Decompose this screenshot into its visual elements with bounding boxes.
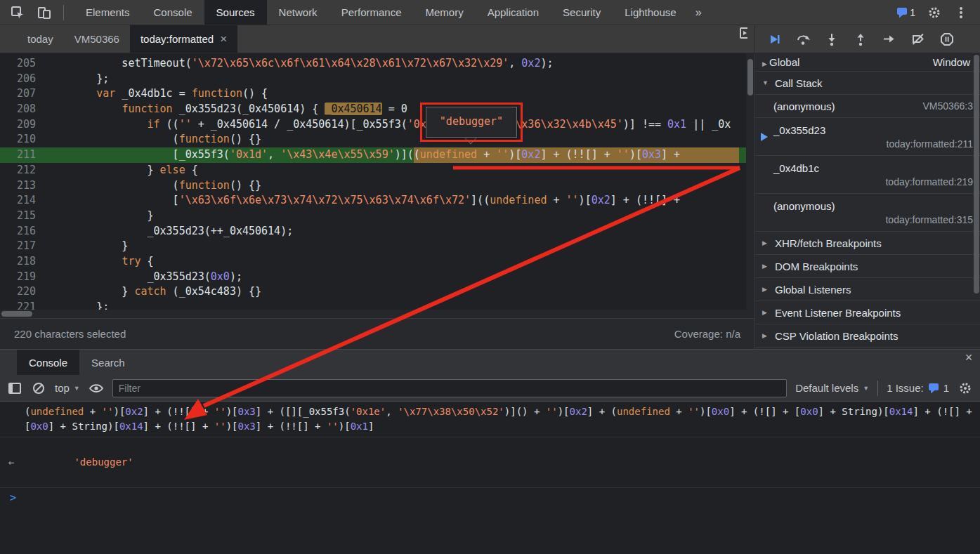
code-line[interactable]: 219 _0x355d23(0x0);: [0, 270, 754, 285]
line-number[interactable]: 215: [0, 209, 46, 224]
deactivate-breakpoints-button[interactable]: [910, 32, 926, 47]
line-number[interactable]: 219: [0, 270, 46, 285]
code-line[interactable]: 210 (function() {}: [0, 132, 754, 147]
scope-row[interactable]: ▶Global Window: [755, 53, 980, 72]
code-token: }: [46, 285, 134, 298]
line-number[interactable]: 212: [0, 163, 46, 178]
sidebar-section-global-listeners[interactable]: ▶Global Listeners: [755, 278, 980, 301]
code-token: {: [185, 164, 198, 176]
log-levels-selector[interactable]: Default levels ▼: [795, 382, 869, 394]
code-line[interactable]: 205 setTimeout('\x72\x65\x6c\x6f\x61\x64…: [0, 56, 754, 72]
code-line[interactable]: 209 if (('' + _0x450614 / _0x450614)[_0x…: [0, 117, 754, 133]
console-prompt[interactable]: >: [0, 488, 980, 508]
console-result[interactable]: ←'debugger': [0, 437, 980, 488]
panel-tab-sources[interactable]: Sources: [204, 0, 267, 25]
sidebar-section-csp-violation-breakpoints[interactable]: ▶CSP Violation Breakpoints: [755, 324, 980, 348]
line-number[interactable]: 213: [0, 178, 46, 194]
call-stack-header[interactable]: ▼ Call Stack: [755, 72, 980, 95]
filter-input[interactable]: [112, 379, 787, 397]
panel-tab-network[interactable]: Network: [267, 0, 329, 25]
device-toolbar-icon[interactable]: [37, 5, 52, 20]
context-selector[interactable]: top ▼: [55, 382, 80, 394]
step-over-button[interactable]: [795, 32, 811, 47]
drawer-tab-console[interactable]: Console: [17, 350, 79, 375]
code-text: };: [46, 72, 754, 87]
call-stack-frame[interactable]: (anonymous)VM50366:3: [755, 95, 980, 118]
line-number[interactable]: 205: [0, 56, 46, 72]
line-number[interactable]: 210: [0, 132, 46, 147]
file-tab[interactable]: today:formatted×: [130, 25, 237, 53]
show-navigator-icon[interactable]: [0, 25, 17, 41]
more-options-icon[interactable]: [953, 5, 969, 20]
panel-tabs-overflow-icon[interactable]: »: [688, 0, 709, 25]
code-line[interactable]: 218 try {: [0, 254, 754, 270]
panel-tab-application[interactable]: Application: [476, 0, 551, 25]
resume-script-button[interactable]: [766, 32, 782, 47]
drawer-tab-search[interactable]: Search: [79, 350, 137, 375]
call-stack-frame[interactable]: _0x355d23today:formatted:211: [755, 118, 980, 156]
close-tab-icon[interactable]: ×: [220, 33, 227, 45]
clear-console-button[interactable]: [31, 381, 46, 396]
code-line[interactable]: 214 ['\x63\x6f\x6e\x73\x74\x72\x75\x63\x…: [0, 193, 754, 209]
settings-gear-icon[interactable]: [927, 5, 942, 20]
console-output[interactable]: (undefined + '')[0x2] + (!![] + '')[0x3]…: [0, 402, 980, 554]
step-out-button[interactable]: [853, 32, 868, 47]
execution-line[interactable]: 211 [_0x55f3('0x1d', '\x43\x4e\x55\x59')…: [0, 147, 754, 163]
console-settings-gear-icon[interactable]: [958, 381, 973, 396]
line-number[interactable]: 209: [0, 117, 46, 133]
file-tab[interactable]: today: [17, 25, 64, 53]
file-tab-label: today:formatted: [141, 33, 214, 45]
code-line[interactable]: 216 _0x355d23(++_0x450614);: [0, 224, 754, 239]
file-tab[interactable]: VM50366: [64, 25, 130, 53]
close-drawer-icon[interactable]: ×: [958, 350, 980, 365]
pause-on-exceptions-button[interactable]: [939, 32, 955, 47]
panel-tab-lighthouse[interactable]: Lighthouse: [613, 0, 688, 25]
live-expression-icon[interactable]: [89, 381, 104, 396]
step-button[interactable]: [882, 32, 897, 47]
panel-tab-elements[interactable]: Elements: [74, 0, 142, 25]
line-number[interactable]: 206: [0, 72, 46, 87]
code-line[interactable]: 217 }: [0, 239, 754, 254]
editor-horizontal-scrollbar[interactable]: [0, 310, 746, 318]
panel-tab-memory[interactable]: Memory: [414, 0, 476, 25]
code-token: )[: [558, 406, 570, 417]
panel-tab-performance[interactable]: Performance: [329, 0, 414, 25]
step-into-button[interactable]: [824, 32, 839, 47]
line-number[interactable]: 216: [0, 224, 46, 239]
pretty-print-panel-icon[interactable]: [739, 25, 754, 41]
line-number[interactable]: 217: [0, 239, 46, 254]
console-message[interactable]: (undefined + '')[0x2] + (!![] + '')[0x3]…: [0, 402, 980, 437]
sidebar-scrollbar[interactable]: [974, 55, 979, 294]
line-number[interactable]: 214: [0, 193, 46, 209]
code-line[interactable]: 206 };: [0, 72, 754, 87]
line-number[interactable]: 208: [0, 102, 46, 117]
call-stack-list: (anonymous)VM50366:3_0x355d23today:forma…: [755, 95, 980, 232]
sidebar-section-xhr-fetch-breakpoints[interactable]: ▶XHR/fetch Breakpoints: [755, 232, 980, 255]
code-line[interactable]: 220 } catch (_0x54c483) {}: [0, 284, 754, 300]
sidebar-section-event-listener-breakpoints[interactable]: ▶Event Listener Breakpoints: [755, 301, 980, 324]
code-line[interactable]: 213 (function() {}: [0, 178, 754, 194]
line-number[interactable]: 211: [0, 147, 46, 163]
line-number[interactable]: 220: [0, 284, 46, 300]
code-line[interactable]: 215 }: [0, 209, 754, 224]
console-sidebar-icon[interactable]: [7, 381, 22, 396]
code-token: };: [46, 72, 109, 85]
scrollbar-thumb[interactable]: [747, 59, 753, 95]
line-number[interactable]: 218: [0, 254, 46, 270]
drawer-menu-icon[interactable]: [0, 350, 17, 365]
inspect-element-icon[interactable]: [10, 5, 25, 20]
panel-tab-console[interactable]: Console: [142, 0, 204, 25]
issues-counter[interactable]: 1 Issue: 1: [887, 382, 949, 394]
code-line[interactable]: 207 var _0x4db1c = function() {: [0, 86, 754, 102]
call-stack-frame[interactable]: (anonymous)today:formatted:315: [755, 194, 980, 232]
panel-tab-security[interactable]: Security: [551, 0, 613, 25]
sidebar-section-dom-breakpoints[interactable]: ▶DOM Breakpoints: [755, 255, 980, 278]
issues-badge[interactable]: 1: [896, 5, 915, 20]
editor-vertical-scrollbar[interactable]: [746, 53, 754, 318]
line-number[interactable]: 207: [0, 86, 46, 102]
code-editor[interactable]: 205 setTimeout('\x72\x65\x6c\x6f\x61\x64…: [0, 53, 754, 318]
call-stack-frame[interactable]: _0x4db1ctoday:formatted:219: [755, 156, 980, 194]
code-line[interactable]: 212 } else {: [0, 163, 754, 178]
scrollbar-thumb[interactable]: [1, 311, 32, 317]
code-line[interactable]: 208 function _0x355d23(_0x450614) { _0x4…: [0, 102, 754, 117]
